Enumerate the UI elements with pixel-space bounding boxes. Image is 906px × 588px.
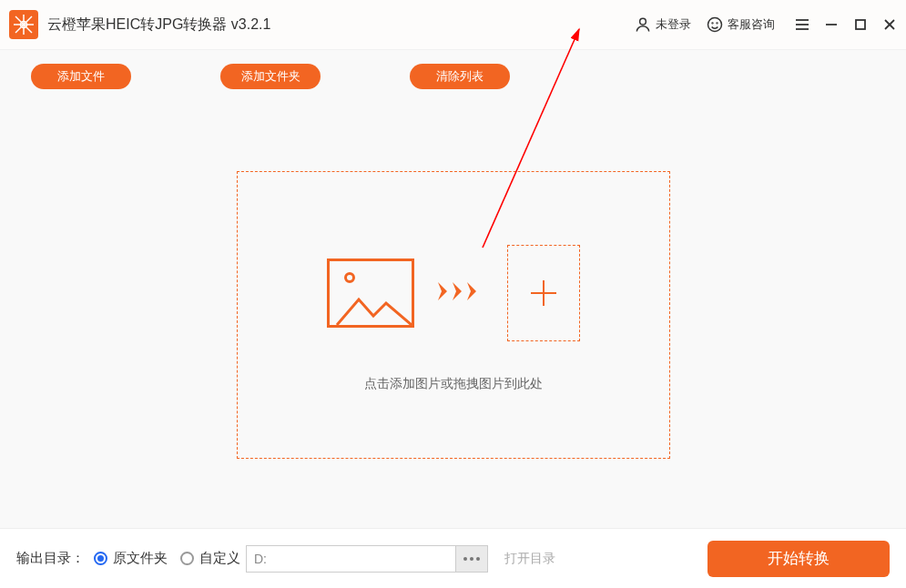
radio-custom-label: 自定义	[199, 550, 240, 567]
minimize-button[interactable]	[819, 12, 844, 37]
clear-list-button[interactable]: 清除列表	[410, 64, 510, 89]
radio-indicator-checked	[94, 552, 107, 565]
svg-rect-13	[856, 20, 865, 29]
radio-original-label: 原文件夹	[113, 550, 168, 567]
toolbar: 添加文件 添加文件夹 清除列表	[0, 49, 906, 102]
dropzone[interactable]: 点击添加图片或拖拽图片到此处	[237, 171, 670, 459]
output-path-input[interactable]	[246, 545, 455, 573]
radio-original-folder[interactable]: 原文件夹	[94, 550, 168, 567]
add-placeholder	[507, 245, 580, 341]
svg-point-8	[717, 23, 718, 24]
titlebar: 云橙苹果HEIC转JPG转换器 v3.2.1 未登录 客服咨询	[0, 0, 906, 49]
add-folder-button[interactable]: 添加文件夹	[220, 64, 321, 89]
menu-button[interactable]	[789, 12, 815, 37]
svg-point-6	[708, 18, 722, 32]
dropzone-hint: 点击添加图片或拖拽图片到此处	[364, 376, 543, 392]
support-section[interactable]: 客服咨询	[706, 15, 780, 34]
svg-marker-18	[467, 282, 476, 300]
footer: 输出目录： 原文件夹 自定义 打开目录 开始转换	[0, 528, 906, 588]
main-area: 点击添加图片或拖拽图片到此处	[0, 102, 906, 528]
ellipsis-icon	[463, 557, 480, 561]
maximize-button[interactable]	[848, 12, 873, 37]
browse-button[interactable]	[455, 545, 488, 573]
output-radio-group: 原文件夹 自定义	[94, 550, 240, 567]
svg-point-5	[640, 18, 646, 25]
smile-icon	[706, 15, 724, 34]
radio-indicator	[180, 552, 194, 565]
close-button[interactable]	[877, 12, 902, 37]
image-icon	[327, 259, 414, 328]
open-dir-link[interactable]: 打开目录	[504, 551, 555, 567]
arrows-icon	[438, 280, 484, 306]
user-icon	[634, 15, 652, 34]
add-file-button[interactable]: 添加文件	[31, 64, 131, 89]
support-label: 客服咨询	[728, 16, 775, 33]
svg-marker-16	[438, 282, 447, 300]
login-status: 未登录	[656, 16, 691, 33]
output-dir-label: 输出目录：	[16, 550, 85, 567]
app-title: 云橙苹果HEIC转JPG转换器 v3.2.1	[47, 15, 270, 35]
app-logo	[9, 10, 38, 39]
dropzone-graphics	[327, 245, 580, 341]
svg-point-7	[712, 23, 713, 24]
start-convert-button[interactable]: 开始转换	[707, 541, 890, 577]
login-section[interactable]: 未登录	[634, 15, 697, 34]
radio-custom-folder[interactable]: 自定义	[180, 550, 240, 567]
svg-marker-17	[453, 282, 462, 300]
